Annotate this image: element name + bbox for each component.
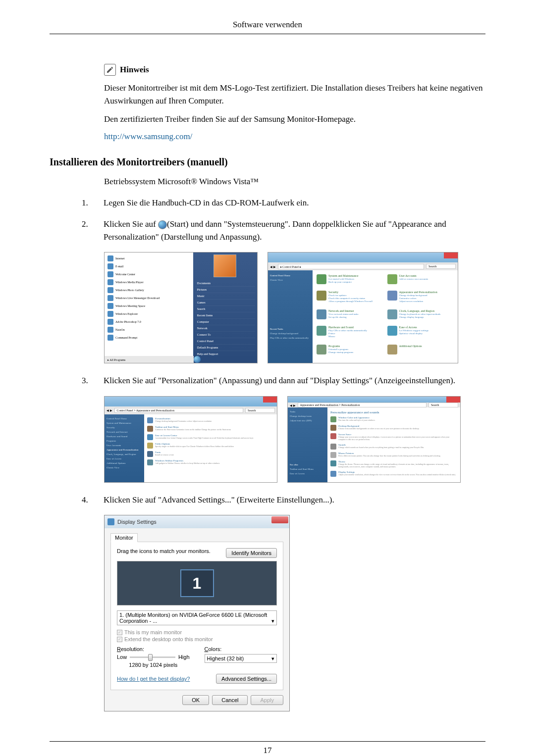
slider-low-label: Low [117,654,127,660]
start-menu-item: Pictures [195,287,255,293]
checkbox: ✓ [117,637,122,642]
personalization-item: Folder OptionsSpecify single- or double-… [147,443,274,449]
see-also-header: See also [290,462,325,467]
start-menu-item: Adobe Photoshop 7.0 [107,318,191,326]
sidebar-item: Network and Internet [107,430,142,434]
control-panel-category: Appearance and PersonalizationChange des… [387,291,454,307]
close-icon [446,397,460,403]
personalization-item: Taskbar and Start MenuCustomize the Star… [147,426,274,432]
item-icon [330,471,336,477]
resolution-slider[interactable] [130,656,175,658]
hint-label: Hinweis [120,65,149,75]
display-settings-screenshot: Display Settings Monitor Drag the icons … [104,515,290,711]
section-heading: Installieren des Monitortreibers (manuel… [50,156,485,168]
monitor-tab[interactable]: Monitor [110,533,138,542]
start-menu-bottom: ▸ All Programs [105,356,257,363]
colors-label: Colors: [205,646,277,652]
app-icon [107,327,113,333]
category-icon [317,309,326,319]
sidebar-item: Classic View [107,465,142,470]
sidebar-header: Control Panel Home [270,273,311,278]
window-titlebar [105,397,277,406]
user-avatar-icon [214,254,236,277]
resolution-label: Resolution: [117,646,190,652]
monitor-preview-area: 1 [117,561,277,605]
screenshot-row-2: ◀ ▶ Control Panel > Appearance and Perso… [104,396,485,483]
step-number: 1. [82,197,92,209]
start-menu-item: Search [195,306,255,312]
item-icon [330,425,336,431]
personalization-item: FontsInstall or remove a font [147,451,274,457]
hint-section: Hinweis Dieser Monitortreiber ist mit de… [104,64,485,142]
personalization-item: PersonalizationChange desktop background… [147,417,274,423]
drag-instruction: Drag the icons to match your monitors. [117,548,211,554]
start-menu-right-panel: DocumentsPicturesMusicGamesSearchRecent … [193,252,257,363]
category-icon [387,326,397,336]
sidebar-item: Adjust font size (DPI) [290,418,325,423]
search-field: Search [245,408,275,413]
cancel-button[interactable]: Cancel [212,695,248,705]
address-field: ▸ Control Panel ▸ [278,264,425,269]
checkbox-label: Extend the desktop onto this monitor [124,636,213,642]
apply-button[interactable]: Apply [251,695,283,705]
close-icon [444,252,458,258]
sidebar-item: Control Panel Home [107,416,142,421]
item-icon [147,451,153,457]
window-titlebar [288,397,460,403]
app-icon [107,311,113,317]
all-programs-label: All Programs [109,358,125,361]
monitor-preview-1[interactable]: 1 [180,569,214,597]
window-address-bar: ◀ ▶ Control Panel > Appearance and Perso… [105,406,277,414]
extend-desktop-checkbox-row: ✓ Extend the desktop onto this monitor [117,636,277,642]
page-number: 17 [50,741,485,756]
start-menu-item: Windows Photo Gallery [107,286,191,294]
start-menu-item: Windows Media Player [107,278,191,286]
personalization-item: SoundsChange which sounds are heard when… [330,444,457,450]
category-icon [387,345,397,354]
start-menu-item: Internet [107,254,191,262]
identify-monitors-button[interactable]: Identify Monitors [226,548,277,558]
item-icon [330,433,336,439]
control-panel-screenshot: ◀ ▶ ▸ Control Panel ▸ Search Control Pan… [268,252,458,363]
colors-select[interactable]: Highest (32 bit) ▾ [205,654,277,663]
personalization-item: Windows Sidebar PropertiesAdd gadgets to… [147,459,274,465]
sidebar-header: Tasks [290,409,325,414]
screenshot-row-1: InternetE-mailWelcome CenterWindows Medi… [104,252,485,363]
app-icon [107,335,113,341]
dialog-button-row: OK Cancel Apply [110,695,283,705]
address-field: Appearance and Personalization > Persona… [298,403,427,407]
checkbox-label: This is my main monitor [124,629,182,635]
help-link[interactable]: How do I get the best display? [117,676,190,682]
checkbox: ✓ [117,630,122,635]
sidebar-item: System and Maintenance [107,421,142,425]
close-icon[interactable] [271,516,288,523]
app-icon [107,279,113,285]
advanced-settings-button[interactable]: Advanced Settings... [216,674,277,684]
step-2: 2. Klicken Sie auf (Start) und dann "Sys… [82,218,485,243]
personalization-heading: Personalize appearance and sounds [330,410,457,414]
start-menu-item: Windows Explorer [107,310,191,318]
start-orb-icon [194,356,201,363]
step-number: 2. [82,218,92,243]
ok-button[interactable]: OK [182,695,209,705]
sidebar-item: Change desktop icons [290,414,325,418]
start-menu-item: Windows Meeting Space [107,302,191,310]
start-menu-item: Documents [195,280,255,287]
address-field: Control Panel > Appearance and Personali… [114,408,244,413]
start-menu-item: Default Programs [195,345,255,351]
slider-thumb-icon[interactable] [148,654,153,661]
item-icon [147,417,153,423]
app-icon [107,255,113,261]
control-panel-category: Additional Options [387,345,454,359]
resolution-column: Resolution: Low High 1280 by 1024 pixels [117,646,190,668]
personalization-item: ThemeChange the theme. Themes can change… [330,460,457,468]
category-icon [317,326,326,336]
sidebar-item: Taskbar and Start Menu [290,467,325,471]
monitor-select[interactable]: 1. (Multiple Monitors) on NVIDIA GeForce… [117,610,277,625]
start-menu-screenshot: InternetE-mailWelcome CenterWindows Medi… [104,252,258,363]
sidebar-item: Change desktop background [270,331,311,336]
start-menu-item: Music [195,293,255,300]
personalization-item: Display SettingsAdjust your monitor reso… [330,471,457,477]
item-icon [330,416,336,422]
control-panel-category: Network and InternetView network status … [317,309,383,324]
